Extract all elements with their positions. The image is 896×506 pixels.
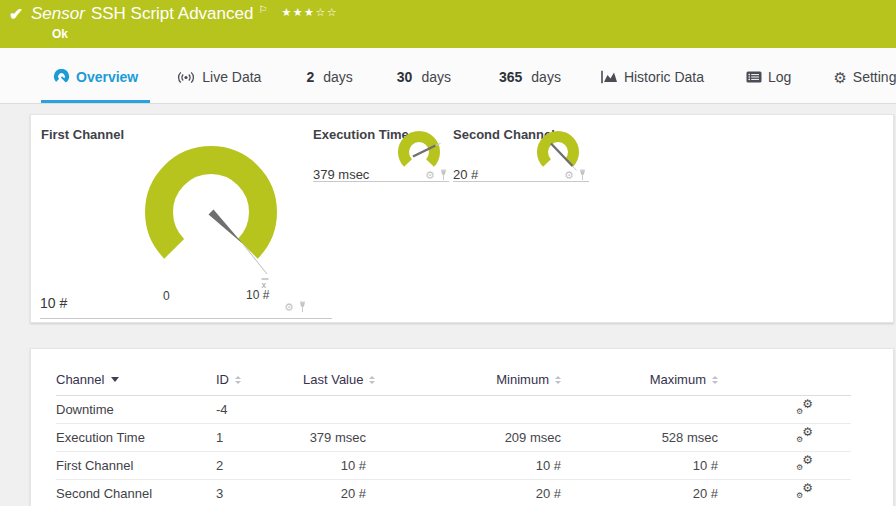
sensor-title: Sensor SSH Script Advanced ⚐ ★★★☆☆ xyxy=(31,4,338,24)
gauge-title: First Channel xyxy=(41,127,124,142)
tile-divider xyxy=(40,318,332,319)
gauge-value: 379 msec xyxy=(313,167,369,182)
flag-icon: ⚐ xyxy=(258,5,267,15)
channel-last-value: 379 msec xyxy=(303,424,366,452)
tab-live-data[interactable]: Live Data xyxy=(164,48,273,103)
gauge-icon xyxy=(53,69,70,85)
sensor-kind-label: Sensor xyxy=(31,4,85,24)
channel-maximum: 10 # xyxy=(561,452,718,480)
channel-last-value: 10 # xyxy=(303,452,366,480)
channel-settings-icon[interactable]: ⚙⚙ xyxy=(796,401,813,415)
channel-minimum xyxy=(366,396,561,424)
tab-settings[interactable]: ⚙ Settings xyxy=(821,48,896,103)
gauge-scale-max: 10 # xyxy=(246,288,269,302)
sort-icon xyxy=(712,376,718,384)
table-row-second-channel: Second Channel 3 20 # 20 # 20 # ⚙⚙ xyxy=(56,480,851,506)
tab-label: days xyxy=(421,69,451,85)
gear-icon[interactable]: ⚙ xyxy=(564,170,574,181)
channel-settings-icon[interactable]: ⚙⚙ xyxy=(796,485,813,499)
channel-last-value xyxy=(303,396,366,424)
channel-name: First Channel xyxy=(56,452,216,480)
tile-divider xyxy=(453,181,589,182)
channel-id: 3 xyxy=(216,480,303,506)
tab-label: Log xyxy=(768,69,791,85)
gear-icon[interactable]: ⚙ xyxy=(425,170,435,181)
tab-label: days xyxy=(531,69,561,85)
gauge-tile-actions: ⚙ xyxy=(284,301,307,313)
gauge-title: Execution Time xyxy=(313,127,409,142)
channel-id: 2 xyxy=(216,452,303,480)
gear-icon[interactable]: ⚙ xyxy=(284,302,294,313)
column-header-last-value[interactable]: Last Value xyxy=(303,363,366,396)
priority-stars[interactable]: ★★★☆☆ xyxy=(281,6,338,18)
channel-name: Second Channel xyxy=(56,480,216,506)
tab-30-days[interactable]: 30 days xyxy=(385,48,463,103)
tile-divider xyxy=(313,181,449,182)
channel-name: Downtime xyxy=(56,396,216,424)
sort-icon xyxy=(555,376,561,384)
channel-maximum: 528 msec xyxy=(561,424,718,452)
sort-icon xyxy=(369,376,375,384)
table-row-execution-time: Execution Time 1 379 msec 209 msec 528 m… xyxy=(56,424,851,452)
table-row-first-channel: First Channel 2 10 # 10 # 10 # ⚙⚙ xyxy=(56,452,851,480)
tab-label: days xyxy=(323,69,353,85)
log-list-icon xyxy=(746,71,762,83)
channel-settings-icon[interactable]: ⚙⚙ xyxy=(796,457,813,471)
channel-minimum: 209 msec xyxy=(366,424,561,452)
channel-id: 1 xyxy=(216,424,303,452)
tab-number: 30 xyxy=(397,69,413,85)
pin-icon[interactable] xyxy=(578,169,587,181)
gauge-value: 10 # xyxy=(40,295,67,311)
channel-maximum: 20 # xyxy=(561,480,718,506)
channels-table: Channel ID Last Value Minimum Maximum Do… xyxy=(56,363,851,506)
tab-number: 365 xyxy=(499,69,522,85)
status-ok-check-icon: ✔ xyxy=(9,4,23,25)
channel-settings-icon[interactable]: ⚙⚙ xyxy=(796,429,813,443)
tab-label: Historic Data xyxy=(624,69,704,85)
sensor-header: ✔ Sensor SSH Script Advanced ⚐ ★★★☆☆ Ok xyxy=(0,0,896,48)
pin-icon[interactable] xyxy=(439,169,448,181)
first-channel-gauge: x xyxy=(126,127,296,297)
column-header-id[interactable]: ID xyxy=(216,363,303,396)
channel-id: -4 xyxy=(216,396,303,424)
gauge-scale-min: 0 xyxy=(163,289,170,303)
column-header-minimum[interactable]: Minimum xyxy=(366,363,561,396)
table-row-downtime: Downtime -4 ⚙⚙ xyxy=(56,396,851,424)
tab-2-days[interactable]: 2 days xyxy=(294,48,364,103)
tab-365-days[interactable]: 365 days xyxy=(487,48,573,103)
pin-icon[interactable] xyxy=(298,301,307,313)
broadcast-icon xyxy=(176,71,196,84)
gauge-tile-actions: ⚙ xyxy=(564,169,587,181)
column-header-channel[interactable]: Channel xyxy=(56,363,216,396)
tab-label: Settings xyxy=(853,69,896,85)
tab-historic-data[interactable]: Historic Data xyxy=(589,48,716,103)
gauges-panel: First Channel x 0 10 # 10 # ⚙ Execution … xyxy=(30,114,894,323)
gauge-value: 20 # xyxy=(453,167,478,182)
tab-label: Live Data xyxy=(202,69,261,85)
sensor-name: SSH Script Advanced xyxy=(91,4,254,24)
tab-log[interactable]: Log xyxy=(734,48,803,103)
channels-panel: Channel ID Last Value Minimum Maximum Do… xyxy=(30,348,894,506)
column-header-actions xyxy=(718,363,851,396)
gauge-tile-actions: ⚙ xyxy=(425,169,448,181)
area-chart-icon xyxy=(601,70,618,84)
tab-label: Overview xyxy=(76,69,138,85)
table-header-row: Channel ID Last Value Minimum Maximum xyxy=(56,363,851,396)
column-header-maximum[interactable]: Maximum xyxy=(561,363,718,396)
channel-minimum: 10 # xyxy=(366,452,561,480)
channel-minimum: 20 # xyxy=(366,480,561,506)
channel-last-value: 20 # xyxy=(303,480,366,506)
gear-icon: ⚙ xyxy=(833,70,846,85)
channel-name: Execution Time xyxy=(56,424,216,452)
status-badge: Ok xyxy=(52,27,68,41)
sort-desc-icon xyxy=(111,377,119,382)
sort-icon xyxy=(235,376,241,384)
channel-maximum xyxy=(561,396,718,424)
tab-overview[interactable]: Overview xyxy=(41,48,150,103)
tab-bar: Overview Live Data 2 days 30 days 365 da… xyxy=(0,48,896,104)
tab-number: 2 xyxy=(306,69,314,85)
